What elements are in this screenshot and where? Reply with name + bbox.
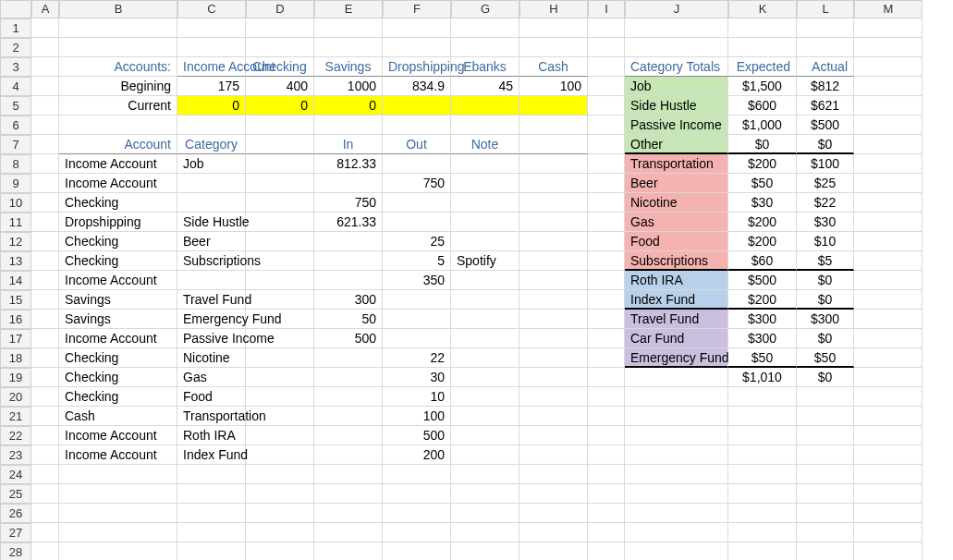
row-header[interactable]: 26 bbox=[0, 504, 31, 523]
column-header[interactable]: L bbox=[797, 0, 854, 18]
transaction-in[interactable] bbox=[314, 348, 383, 368]
cell[interactable] bbox=[854, 484, 922, 504]
transaction-category[interactable]: Subscriptions bbox=[177, 251, 246, 271]
column-header[interactable]: A bbox=[31, 0, 59, 18]
cell[interactable]: Account bbox=[59, 135, 177, 154]
transaction-out[interactable] bbox=[383, 329, 451, 348]
transaction-note[interactable] bbox=[451, 445, 519, 465]
cell[interactable] bbox=[383, 504, 451, 523]
category-actual[interactable]: $25 bbox=[797, 174, 854, 193]
cell[interactable] bbox=[177, 465, 246, 484]
row-header[interactable]: 2 bbox=[0, 38, 31, 57]
cell[interactable] bbox=[854, 426, 922, 445]
category-name[interactable]: Roth IRA bbox=[625, 271, 728, 290]
cell[interactable] bbox=[246, 504, 314, 523]
transaction-note[interactable] bbox=[451, 426, 519, 445]
cell[interactable] bbox=[588, 213, 625, 232]
cell[interactable] bbox=[519, 368, 588, 387]
cell[interactable] bbox=[246, 484, 314, 504]
category-name[interactable]: Transportation bbox=[625, 154, 728, 174]
transaction-in[interactable] bbox=[314, 407, 383, 426]
cell[interactable] bbox=[31, 38, 59, 57]
cell[interactable] bbox=[728, 445, 797, 465]
transaction-category[interactable]: Beer bbox=[177, 232, 246, 251]
cell[interactable]: 400 bbox=[246, 77, 314, 96]
category-expected[interactable]: $200 bbox=[728, 154, 797, 174]
column-header[interactable]: M bbox=[854, 0, 922, 18]
transaction-out[interactable]: 25 bbox=[383, 232, 451, 251]
cell[interactable] bbox=[246, 135, 314, 154]
cell[interactable]: 0 bbox=[177, 96, 246, 116]
cell[interactable]: 45 bbox=[451, 77, 519, 96]
category-expected[interactable]: $0 bbox=[728, 135, 797, 154]
cell[interactable] bbox=[854, 348, 922, 368]
transaction-note[interactable] bbox=[451, 407, 519, 426]
cell[interactable] bbox=[854, 329, 922, 348]
category-actual[interactable]: $812 bbox=[797, 77, 854, 96]
column-header[interactable]: D bbox=[246, 0, 314, 18]
cell[interactable] bbox=[246, 18, 314, 38]
transaction-account[interactable]: Checking bbox=[59, 348, 177, 368]
row-header[interactable]: 25 bbox=[0, 484, 31, 504]
cell[interactable] bbox=[588, 329, 625, 348]
cell[interactable] bbox=[519, 251, 588, 271]
cell[interactable] bbox=[797, 465, 854, 484]
cell[interactable] bbox=[728, 426, 797, 445]
cell[interactable] bbox=[519, 387, 588, 407]
category-actual[interactable]: $30 bbox=[797, 213, 854, 232]
transaction-category[interactable]: Emergency Fund bbox=[177, 310, 246, 329]
category-actual[interactable]: $0 bbox=[797, 290, 854, 310]
cell[interactable] bbox=[797, 504, 854, 523]
cell[interactable] bbox=[31, 407, 59, 426]
cell[interactable] bbox=[31, 290, 59, 310]
row-header[interactable]: 7 bbox=[0, 135, 31, 154]
cell[interactable] bbox=[31, 18, 59, 38]
cell[interactable] bbox=[246, 251, 314, 271]
transaction-in[interactable]: 750 bbox=[314, 193, 383, 213]
column-header[interactable]: K bbox=[728, 0, 797, 18]
category-name[interactable]: Index Fund bbox=[625, 290, 728, 310]
category-name[interactable]: Subscriptions bbox=[625, 251, 728, 271]
cell[interactable] bbox=[519, 232, 588, 251]
cell[interactable] bbox=[625, 426, 728, 445]
cell[interactable] bbox=[588, 38, 625, 57]
cell[interactable]: Actual bbox=[797, 57, 854, 77]
cell[interactable] bbox=[854, 213, 922, 232]
cell[interactable]: Current bbox=[59, 96, 177, 116]
cell[interactable] bbox=[31, 116, 59, 135]
cell[interactable] bbox=[854, 154, 922, 174]
cell[interactable] bbox=[314, 504, 383, 523]
cell[interactable] bbox=[854, 77, 922, 96]
transaction-account[interactable]: Cash bbox=[59, 407, 177, 426]
cell[interactable] bbox=[588, 193, 625, 213]
cell[interactable] bbox=[854, 38, 922, 57]
cell[interactable] bbox=[854, 310, 922, 329]
row-header[interactable]: 6 bbox=[0, 116, 31, 135]
cell[interactable] bbox=[246, 116, 314, 135]
cell[interactable] bbox=[588, 232, 625, 251]
row-header[interactable]: 11 bbox=[0, 213, 31, 232]
category-actual[interactable]: $300 bbox=[797, 310, 854, 329]
cell[interactable] bbox=[246, 213, 314, 232]
cell[interactable] bbox=[519, 271, 588, 290]
cell[interactable] bbox=[451, 484, 519, 504]
cell[interactable] bbox=[797, 387, 854, 407]
cell[interactable] bbox=[177, 38, 246, 57]
transaction-out[interactable]: 100 bbox=[383, 407, 451, 426]
row-header[interactable]: 16 bbox=[0, 310, 31, 329]
category-expected[interactable]: $50 bbox=[728, 174, 797, 193]
cell[interactable]: Accounts: bbox=[59, 57, 177, 77]
cell[interactable] bbox=[854, 135, 922, 154]
cell[interactable] bbox=[519, 348, 588, 368]
row-header[interactable]: 13 bbox=[0, 251, 31, 271]
transaction-category[interactable]: Gas bbox=[177, 368, 246, 387]
row-header[interactable]: 28 bbox=[0, 542, 31, 560]
cell[interactable] bbox=[177, 523, 246, 542]
cell[interactable] bbox=[314, 542, 383, 560]
cell[interactable] bbox=[246, 407, 314, 426]
cell[interactable] bbox=[246, 329, 314, 348]
transaction-category[interactable]: Index Fund bbox=[177, 445, 246, 465]
cell[interactable] bbox=[519, 310, 588, 329]
cell[interactable] bbox=[588, 348, 625, 368]
transaction-note[interactable] bbox=[451, 193, 519, 213]
